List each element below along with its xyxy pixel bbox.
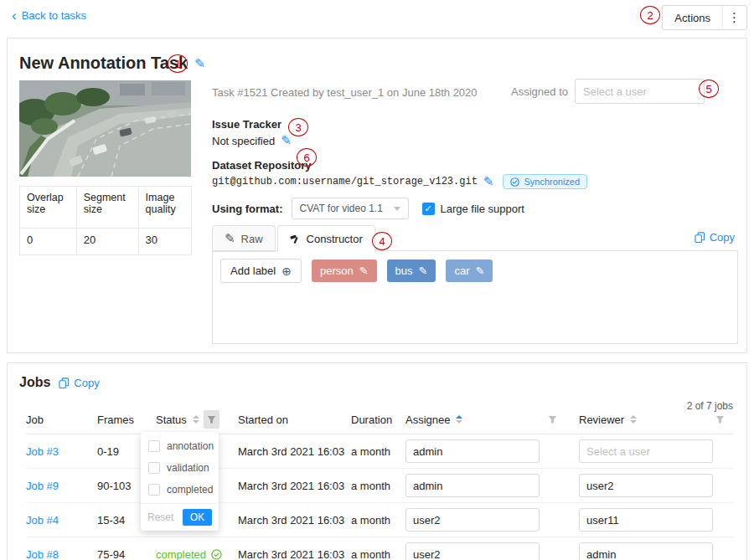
task-preview-image — [19, 80, 191, 177]
job-started: March 3rd 2021 16:03 — [238, 469, 351, 503]
repository-url: git@github.com:username/git_storage_v123… — [212, 176, 478, 188]
assigned-to-group: Assigned to — [511, 79, 705, 104]
back-to-tasks-link[interactable]: ‹ Back to tasks — [12, 9, 86, 22]
task-detail-card: New Annotation Task ✎ Overlap size Segme… — [7, 38, 747, 353]
job-row: Job #4 15-34 March 3rd 2021 16:03 a mont… — [26, 503, 733, 537]
dataset-repository-label: Dataset Repository — [212, 159, 587, 172]
reviewer-select[interactable] — [579, 542, 713, 560]
filter-option-annotation[interactable]: annotation — [141, 435, 219, 457]
filter-option-validation[interactable]: validation — [141, 457, 219, 479]
raw-tab-label: Raw — [241, 233, 263, 245]
jobs-title: Jobs — [19, 375, 50, 390]
assignee-filter-icon[interactable] — [544, 410, 560, 429]
jobs-copy-link[interactable]: Copy — [59, 377, 99, 389]
filter-ok-button[interactable]: OK — [183, 509, 212, 526]
edit-label-car-icon[interactable]: ✎ — [476, 265, 485, 277]
col-job: Job — [26, 407, 97, 434]
col-assignee[interactable]: Assignee — [405, 414, 450, 426]
top-bar: ‹ Back to tasks Actions ⋮ — [0, 0, 754, 33]
edit-label-bus-icon[interactable]: ✎ — [419, 265, 428, 277]
assignee-select[interactable] — [405, 542, 540, 560]
edit-issue-tracker-icon[interactable]: ✎ — [281, 133, 292, 148]
labels-copy-link[interactable]: Copy — [695, 231, 735, 244]
job-link[interactable]: Job #9 — [26, 480, 59, 492]
label-constructor-panel: Add label ⊕ person ✎ bus ✎ car ✎ — [212, 250, 738, 344]
edit-repository-icon[interactable]: ✎ — [483, 174, 494, 189]
job-row: Job #8 75-94 completed March 3rd 2021 16… — [26, 537, 733, 560]
issue-tracker-value: Not specified — [212, 135, 275, 147]
param-value-overlap: 0 — [20, 229, 77, 255]
job-duration: a month — [351, 537, 405, 560]
assignee-sorter[interactable] — [456, 415, 462, 424]
tab-constructor[interactable]: Constructor — [277, 225, 375, 252]
status-filter-dropdown: annotation validation completed Reset OK — [141, 432, 219, 531]
reviewer-filter-icon[interactable] — [711, 410, 728, 429]
synchronized-label: Synchronized — [524, 177, 580, 187]
issue-tracker-label: Issue Tracker — [212, 118, 292, 131]
job-status: completed — [156, 548, 206, 560]
filter-option-completed[interactable]: completed — [141, 479, 219, 501]
format-select-value: CVAT for video 1.1 — [300, 203, 383, 214]
status-sorter[interactable] — [193, 415, 199, 424]
annotation-checkbox[interactable] — [148, 440, 160, 452]
col-reviewer[interactable]: Reviewer — [579, 414, 624, 426]
col-started: Started on — [238, 407, 351, 434]
label-chip-bus-name: bus — [395, 265, 413, 277]
label-chip-person[interactable]: person ✎ — [312, 259, 377, 282]
label-chip-bus[interactable]: bus ✎ — [387, 259, 436, 282]
job-row: Job #9 90-103 March 3rd 2021 16:03 a mon… — [26, 469, 733, 503]
copy-icon — [59, 378, 70, 388]
back-to-tasks-label: Back to tasks — [22, 9, 86, 22]
tab-raw[interactable]: ✎ Raw — [212, 225, 276, 252]
synchronized-badge[interactable]: Synchronized — [503, 174, 587, 189]
reviewer-select[interactable] — [579, 474, 713, 497]
task-title: New Annotation Task — [19, 54, 188, 73]
assigned-to-input[interactable] — [575, 79, 705, 104]
assigned-to-label: Assigned to — [511, 85, 568, 98]
jobs-table: Job Frames Status Started on Duration — [26, 407, 733, 560]
issue-tracker-section: Issue Tracker Not specified ✎ — [212, 118, 292, 148]
status-filter-icon[interactable] — [204, 410, 219, 429]
copy-icon — [695, 232, 705, 243]
reviewer-select[interactable] — [579, 508, 713, 532]
jobs-card: Jobs Copy 2 of 7 jobs Job Frames Status — [7, 362, 747, 560]
param-header-quality: Image quality — [138, 187, 191, 229]
param-value-quality: 30 — [138, 229, 191, 255]
filter-reset-button[interactable]: Reset — [147, 511, 173, 523]
completed-checkbox[interactable] — [148, 484, 160, 496]
label-chip-car[interactable]: car ✎ — [446, 259, 493, 282]
labels-copy-label: Copy — [710, 231, 735, 244]
job-link[interactable]: Job #8 — [26, 548, 59, 560]
param-header-segment: Segment size — [76, 187, 138, 229]
label-chip-person-name: person — [320, 265, 354, 277]
col-status[interactable]: Status — [156, 414, 187, 426]
assignee-select[interactable] — [405, 508, 540, 532]
raw-tab-icon: ✎ — [225, 231, 235, 246]
reviewer-sorter[interactable] — [630, 415, 637, 424]
add-label-text: Add label — [230, 265, 276, 277]
edit-label-person-icon[interactable]: ✎ — [359, 265, 369, 277]
job-row: Job #3 0-19 March 3rd 2021 16:03 a month — [26, 434, 733, 469]
ellipsis-icon[interactable]: ⋮ — [723, 10, 746, 25]
assignee-select[interactable] — [405, 474, 540, 497]
param-value-segment: 20 — [76, 229, 138, 255]
labels-tabs: ✎ Raw Constructor Copy — [212, 224, 738, 251]
job-link[interactable]: Job #3 — [26, 445, 59, 458]
job-started: March 3rd 2021 16:03 — [238, 537, 351, 560]
assignee-select[interactable] — [405, 439, 540, 463]
large-file-label: Large file support — [441, 203, 524, 215]
job-duration: a month — [351, 503, 405, 537]
completed-check-icon — [211, 549, 222, 560]
validation-checkbox[interactable] — [148, 462, 160, 474]
reviewer-select[interactable] — [579, 439, 713, 463]
job-frames: 75-94 — [97, 537, 156, 560]
export-format-row: Using format: CVAT for video 1.1 ✓ Large… — [212, 198, 524, 219]
large-file-checkbox[interactable]: ✓ — [422, 203, 435, 215]
edit-title-icon[interactable]: ✎ — [194, 56, 205, 71]
completed-label: completed — [167, 484, 213, 496]
job-link[interactable]: Job #4 — [26, 514, 59, 527]
add-label-button[interactable]: Add label ⊕ — [220, 259, 302, 283]
actions-button[interactable]: Actions ⋮ — [662, 5, 747, 30]
using-format-label: Using format: — [212, 203, 283, 215]
format-select[interactable]: CVAT for video 1.1 — [292, 198, 409, 219]
